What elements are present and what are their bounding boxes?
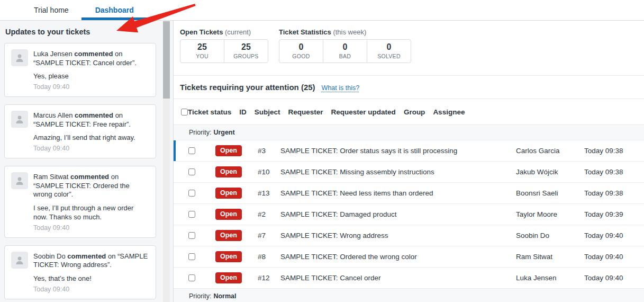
stat-label: GROUPS [224, 53, 268, 59]
ticket-subject: SAMPLE TICKET: Cancel order [280, 274, 516, 282]
ticket-subject: SAMPLE TICKET: Missing assembly instruct… [280, 168, 516, 176]
user-avatar-icon [11, 172, 28, 189]
column-header-requester: Requester [288, 108, 323, 116]
priority-group-header: Priority: Urgent [174, 125, 644, 140]
update-timestamp: Today 09:40 [33, 83, 149, 91]
what-is-this-link[interactable]: What is this? [322, 84, 360, 92]
ticket-id: #8 [258, 253, 280, 261]
status-badge: Open [215, 251, 242, 262]
priority-value: Urgent [213, 129, 234, 136]
update-action: commented [74, 50, 113, 58]
column-header-subject: Subject [255, 108, 280, 116]
ticket-row[interactable]: Open #2 SAMPLE TICKET: Damaged product T… [174, 204, 644, 225]
ticket-requester: Jakub Wójcik [516, 168, 584, 176]
ticket-table-header: Ticket status ID Subject Requester Reque… [174, 99, 644, 125]
update-author: Luka Jensen [33, 50, 72, 58]
ticket-statistics-heading: Ticket Statistics (this week) [279, 28, 411, 36]
ticket-id: #10 [258, 168, 280, 176]
tab-trial-home[interactable]: Trial home [21, 0, 81, 20]
ticket-requester: Soobin Do [516, 232, 584, 239]
ticket-requester-updated: Today 09:40 [584, 253, 644, 261]
stat-label: BAD [323, 53, 367, 59]
update-ticket-name: “SAMPLE TICKET: Free repair”. [33, 120, 131, 128]
row-checkbox[interactable] [188, 168, 195, 175]
status-badge: Open [215, 188, 242, 199]
update-title: Soobin Do commented on “SAMPLE TICKET: W… [33, 252, 149, 270]
tab-dashboard[interactable]: Dashboard [81, 0, 148, 20]
ticket-statistics-subtitle: (this week) [333, 28, 366, 36]
ticket-row[interactable]: Open #7 SAMPLE TICKET: Wrong address Soo… [174, 225, 644, 246]
column-header-assignee: Assignee [433, 108, 465, 116]
update-action: commented [70, 173, 109, 181]
status-badge: Open [215, 230, 242, 241]
row-checkbox[interactable] [188, 211, 195, 218]
ticket-update-card[interactable]: Luka Jensen commented on “SAMPLE TICKET:… [4, 43, 156, 97]
update-comment: I see, I’ll put through a new order now.… [33, 203, 149, 221]
ticket-statistics-module: Ticket Statistics (this week) 0 GOOD 0 B… [279, 28, 411, 63]
stat-box-groups: 25 GROUPS [224, 39, 268, 63]
ticket-requester: Taylor Moore [516, 210, 584, 218]
ticket-statistics-title: Ticket Statistics [279, 28, 331, 36]
update-timestamp: Today 09:40 [33, 224, 149, 232]
priority-label: Priority: [189, 129, 211, 136]
ticket-requester: Ram Sitwat [516, 253, 584, 261]
ticket-subject: SAMPLE TICKET: Damaged product [280, 210, 516, 218]
ticket-subject: SAMPLE TICKET: Ordered the wrong color [280, 253, 516, 261]
ticket-update-card[interactable]: Soobin Do commented on “SAMPLE TICKET: W… [4, 245, 156, 299]
ticket-id: #13 [258, 189, 280, 197]
column-header-id: ID [239, 108, 247, 116]
update-comment: Yes, please [33, 72, 149, 81]
stat-value: 25 [180, 42, 224, 52]
ticket-row[interactable]: Open #8 SAMPLE TICKET: Ordered the wrong… [174, 246, 644, 268]
row-checkbox[interactable] [188, 190, 195, 197]
ticket-row[interactable]: Open #3 SAMPLE TICKET: Order status says… [174, 140, 644, 162]
column-header-group: Group [404, 108, 425, 116]
ticket-row[interactable]: Open #12 SAMPLE TICKET: Cancel order Luk… [174, 268, 644, 289]
open-tickets-subtitle: (current) [225, 28, 251, 36]
ticket-requester: Carlos Garcia [516, 147, 584, 155]
column-header-ticket-status: Ticket status [188, 108, 231, 116]
row-checkbox[interactable] [188, 274, 195, 281]
stat-box-good: 0 GOOD [279, 39, 323, 63]
sidebar-scrollbar-thumb[interactable] [163, 21, 170, 99]
user-avatar-icon [11, 111, 28, 128]
update-ticket-name: “SAMPLE TICKET: Cancel order”. [33, 59, 137, 67]
open-tickets-heading: Open Tickets (current) [180, 28, 268, 36]
ticket-row[interactable]: Open #10 SAMPLE TICKET: Missing assembly… [174, 162, 644, 183]
update-title: Ram Sitwat commented on “SAMPLE TICKET: … [33, 172, 149, 199]
row-checkbox[interactable] [188, 232, 195, 239]
stat-box-solved: 0 SOLVED [367, 39, 411, 63]
priority-value: Normal [213, 292, 236, 300]
row-checkbox[interactable] [188, 253, 195, 260]
open-tickets-title: Open Tickets [180, 28, 223, 36]
stat-value: 0 [279, 42, 323, 52]
status-badge: Open [215, 272, 242, 283]
stat-label: YOU [180, 53, 224, 59]
dashboard-main: Open Tickets (current) 25 YOU 25 GROUPS [174, 21, 644, 302]
select-all-checkbox[interactable] [181, 109, 188, 116]
divider [174, 75, 644, 76]
ticket-requester-updated: Today 09:38 [584, 168, 644, 176]
update-timestamp: Today 09:40 [33, 145, 149, 152]
update-comment: Amazing, I’ll send that right away. [33, 133, 149, 142]
ticket-id: #3 [258, 147, 280, 155]
ticket-requester-updated: Today 09:40 [584, 274, 644, 282]
updates-list: Luka Jensen commented on “SAMPLE TICKET:… [4, 43, 156, 302]
status-badge: Open [215, 209, 242, 220]
update-ticket-name: “SAMPLE TICKET: Ordered the wrong color”… [33, 182, 130, 199]
ticket-id: #2 [258, 210, 280, 218]
ticket-requester: Luka Jensen [516, 274, 584, 282]
stat-box-bad: 0 BAD [323, 39, 367, 63]
open-tickets-module: Open Tickets (current) 25 YOU 25 GROUPS [180, 28, 268, 63]
stat-label: SOLVED [367, 53, 411, 59]
ticket-update-card[interactable]: Marcus Allen commented on “SAMPLE TICKET… [4, 104, 156, 158]
row-checkbox[interactable] [188, 147, 195, 154]
stat-value: 25 [224, 42, 268, 52]
ticket-update-card[interactable]: Ram Sitwat commented on “SAMPLE TICKET: … [4, 166, 156, 238]
update-comment: Yes, that’s the one! [33, 274, 149, 283]
ticket-subject: SAMPLE TICKET: Order status says it is s… [280, 147, 516, 155]
ticket-table-body: Priority: Urgent Open #3 SAMPLE TICKET: … [174, 125, 644, 302]
sidebar-scrollbar-track [163, 21, 170, 302]
ticket-row[interactable]: Open #13 SAMPLE TICKET: Need less items … [174, 183, 644, 204]
update-author: Marcus Allen [33, 111, 72, 119]
